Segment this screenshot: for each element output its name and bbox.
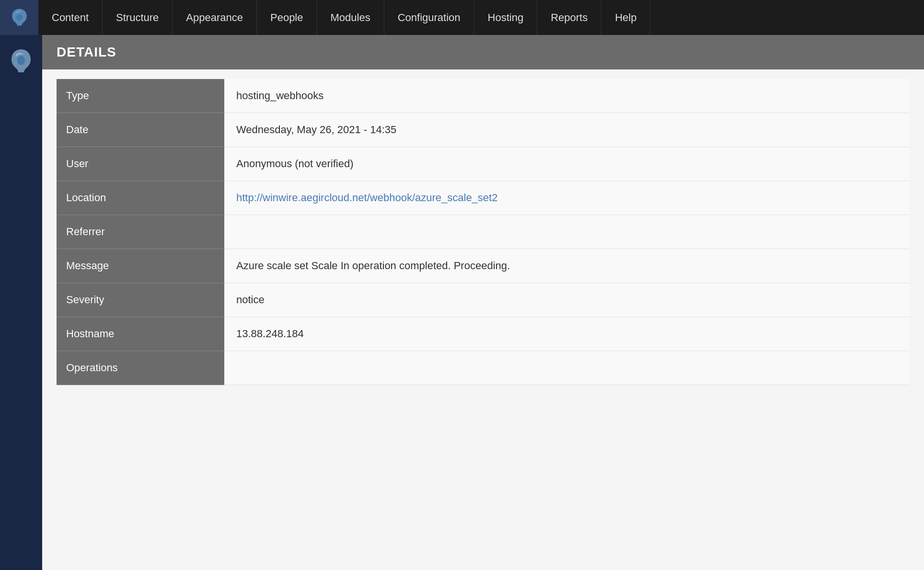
row-value xyxy=(224,215,910,249)
svg-point-0 xyxy=(17,56,25,65)
nav-item-hosting[interactable]: Hosting xyxy=(474,0,538,35)
table-row: Hostname13.88.248.184 xyxy=(57,317,910,351)
nav-item-modules[interactable]: Modules xyxy=(317,0,384,35)
table-row: Locationhttp://winwire.aegircloud.net/we… xyxy=(57,181,910,215)
nav-item-appearance[interactable]: Appearance xyxy=(173,0,257,35)
table-row: MessageAzure scale set Scale In operatio… xyxy=(57,249,910,283)
nav-items: Content Structure Appearance People Modu… xyxy=(38,0,650,35)
row-label: Type xyxy=(57,79,224,113)
row-value[interactable]: http://winwire.aegircloud.net/webhook/az… xyxy=(224,181,910,215)
details-panel: DETAILS Typehosting_webhooksDateWednesda… xyxy=(42,35,924,570)
sidebar xyxy=(0,35,42,570)
table-row: Severitynotice xyxy=(57,283,910,317)
table-row: Referrer xyxy=(57,215,910,249)
table-row: DateWednesday, May 26, 2021 - 14:35 xyxy=(57,113,910,147)
sidebar-logo-icon xyxy=(7,47,35,76)
row-value: Wednesday, May 26, 2021 - 14:35 xyxy=(224,113,910,147)
row-value: Anonymous (not verified) xyxy=(224,147,910,181)
nav-item-reports[interactable]: Reports xyxy=(537,0,601,35)
row-value: notice xyxy=(224,283,910,317)
nav-item-help[interactable]: Help xyxy=(601,0,650,35)
nav-logo[interactable] xyxy=(0,0,38,35)
nav-item-content[interactable]: Content xyxy=(38,0,103,35)
row-label: Date xyxy=(57,113,224,147)
details-table: Typehosting_webhooksDateWednesday, May 2… xyxy=(57,79,910,385)
row-value: 13.88.248.184 xyxy=(224,317,910,351)
row-label: Operations xyxy=(57,351,224,385)
row-label: Location xyxy=(57,181,224,215)
details-header: DETAILS xyxy=(42,35,924,69)
row-label: Hostname xyxy=(57,317,224,351)
nav-item-configuration[interactable]: Configuration xyxy=(384,0,474,35)
row-value: hosting_webhooks xyxy=(224,79,910,113)
logo-icon xyxy=(9,7,30,28)
nav-item-structure[interactable]: Structure xyxy=(103,0,173,35)
sidebar-logo xyxy=(4,45,38,78)
table-row: Operations xyxy=(57,351,910,385)
row-label: Severity xyxy=(57,283,224,317)
nav-item-people[interactable]: People xyxy=(257,0,317,35)
row-label: User xyxy=(57,147,224,181)
row-label: Referrer xyxy=(57,215,224,249)
row-value xyxy=(224,351,910,385)
main-area: Sit List Filte ✓ DETAILS Typehosting_web… xyxy=(0,35,924,570)
nav-bar: Content Structure Appearance People Modu… xyxy=(0,0,924,35)
row-value: Azure scale set Scale In operation compl… xyxy=(224,249,910,283)
row-label: Message xyxy=(57,249,224,283)
table-row: Typehosting_webhooks xyxy=(57,79,910,113)
details-title: DETAILS xyxy=(57,45,910,60)
table-row: UserAnonymous (not verified) xyxy=(57,147,910,181)
location-link[interactable]: http://winwire.aegircloud.net/webhook/az… xyxy=(236,192,497,204)
